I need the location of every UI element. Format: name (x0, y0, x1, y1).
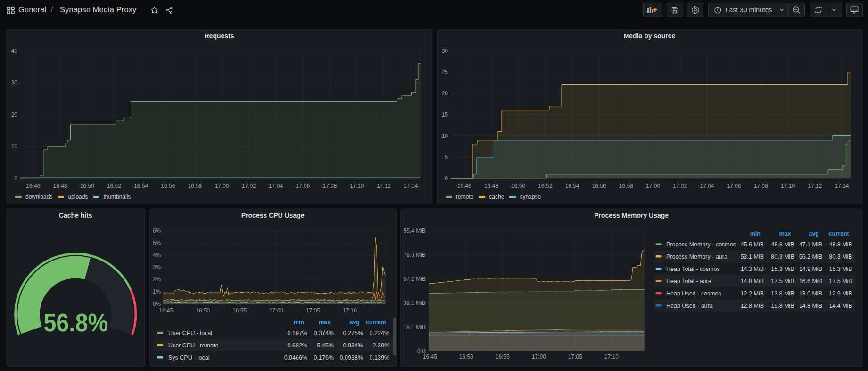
svg-text:1%: 1% (152, 288, 161, 295)
svg-text:15.3 MiB: 15.3 MiB (829, 266, 852, 272)
svg-text:17:12: 17:12 (808, 183, 822, 189)
svg-text:16:54: 16:54 (565, 183, 579, 189)
svg-text:13.8 MiB: 13.8 MiB (771, 290, 794, 297)
svg-text:17.5 MiB: 17.5 MiB (829, 278, 852, 285)
svg-text:16:58: 16:58 (188, 183, 202, 189)
svg-text:12.9 MiB: 12.9 MiB (829, 290, 852, 297)
svg-text:14.8 MiB: 14.8 MiB (799, 303, 822, 309)
svg-text:avg: avg (809, 230, 819, 237)
svg-text:0.139%: 0.139% (369, 354, 389, 361)
svg-text:max: max (779, 230, 791, 237)
svg-text:16:55: 16:55 (232, 307, 247, 314)
svg-text:40: 40 (11, 48, 18, 54)
svg-text:15: 15 (442, 111, 448, 118)
svg-text:48.8 MiB: 48.8 MiB (829, 241, 852, 248)
svg-text:16:50: 16:50 (80, 183, 94, 189)
svg-text:47.1 MiB: 47.1 MiB (799, 241, 822, 248)
svg-text:16:56: 16:56 (592, 183, 606, 189)
svg-text:17:12: 17:12 (377, 183, 391, 189)
svg-text:0.197%: 0.197% (287, 330, 307, 337)
svg-text:17:10: 17:10 (604, 354, 619, 360)
svg-text:10: 10 (11, 143, 18, 150)
svg-text:17:00: 17:00 (646, 183, 660, 189)
svg-text:Sys CPU - local: Sys CPU - local (168, 354, 210, 361)
svg-text:20: 20 (442, 90, 448, 97)
svg-text:80.3 MiB: 80.3 MiB (829, 253, 852, 260)
svg-text:48.8 MiB: 48.8 MiB (771, 241, 794, 248)
svg-text:5: 5 (445, 154, 448, 160)
svg-text:17:10: 17:10 (781, 183, 795, 189)
svg-text:16:48: 16:48 (53, 183, 67, 189)
svg-text:0.0938%: 0.0938% (339, 354, 363, 361)
svg-text:17:10: 17:10 (350, 183, 364, 189)
svg-text:0.934%: 0.934% (343, 342, 363, 349)
svg-text:16:50: 16:50 (459, 354, 473, 360)
svg-text:5.45%: 5.45% (317, 342, 333, 349)
svg-text:16.6 MiB: 16.6 MiB (799, 278, 822, 285)
svg-text:min: min (293, 319, 304, 326)
svg-text:14.4 MiB: 14.4 MiB (829, 303, 852, 309)
svg-text:17:10: 17:10 (342, 307, 356, 314)
svg-text:13.0 MiB: 13.0 MiB (799, 290, 822, 297)
svg-text:User CPU - local: User CPU - local (168, 330, 212, 337)
svg-text:17:08: 17:08 (322, 183, 337, 189)
svg-text:2%: 2% (152, 276, 161, 283)
svg-text:17:08: 17:08 (754, 183, 768, 189)
svg-text:56.2 MiB: 56.2 MiB (799, 253, 822, 260)
svg-text:14.9 MiB: 14.9 MiB (799, 266, 822, 272)
svg-text:12.8 MiB: 12.8 MiB (741, 303, 764, 309)
svg-text:current: current (829, 230, 850, 237)
svg-text:95.4 MiB: 95.4 MiB (404, 228, 426, 234)
svg-text:15.8 MiB: 15.8 MiB (771, 303, 794, 309)
svg-text:Heap Used - cosmos: Heap Used - cosmos (666, 290, 721, 297)
svg-text:0.224%: 0.224% (369, 330, 389, 337)
svg-text:17:00: 17:00 (532, 354, 546, 360)
svg-text:16:48: 16:48 (484, 183, 498, 189)
svg-text:30: 30 (442, 48, 448, 54)
svg-text:0.176%: 0.176% (314, 354, 333, 361)
svg-text:17:04: 17:04 (269, 183, 283, 189)
svg-text:16:52: 16:52 (107, 183, 121, 189)
svg-text:15.3 MiB: 15.3 MiB (771, 266, 794, 272)
svg-text:57.2 MiB: 57.2 MiB (404, 276, 426, 282)
svg-text:17:14: 17:14 (835, 183, 849, 189)
svg-text:0.0466%: 0.0466% (284, 354, 307, 361)
svg-text:17:04: 17:04 (700, 183, 714, 189)
svg-text:16:55: 16:55 (496, 354, 510, 360)
svg-text:17:06: 17:06 (727, 183, 741, 189)
svg-text:16:52: 16:52 (538, 183, 552, 189)
svg-text:16:46: 16:46 (457, 183, 471, 189)
svg-text:6%: 6% (152, 228, 161, 234)
svg-text:3%: 3% (152, 264, 161, 270)
svg-text:76.3 MiB: 76.3 MiB (404, 252, 426, 258)
svg-text:5%: 5% (152, 240, 161, 246)
svg-text:80.3 MiB: 80.3 MiB (771, 253, 794, 260)
svg-text:17:02: 17:02 (242, 183, 256, 189)
svg-text:max: max (319, 319, 331, 326)
svg-text:17:05: 17:05 (568, 354, 582, 360)
svg-text:17:02: 17:02 (673, 183, 687, 189)
svg-text:0.374%: 0.374% (314, 330, 333, 337)
svg-text:53.1 MiB: 53.1 MiB (741, 253, 764, 260)
svg-text:0.275%: 0.275% (343, 330, 363, 337)
svg-text:17:00: 17:00 (215, 183, 229, 189)
svg-text:14.8 MiB: 14.8 MiB (741, 278, 764, 285)
svg-text:38.1 MiB: 38.1 MiB (404, 300, 426, 306)
svg-text:20: 20 (11, 111, 18, 118)
svg-text:17.5 MiB: 17.5 MiB (771, 278, 794, 285)
svg-text:30: 30 (11, 79, 18, 86)
svg-text:0%: 0% (152, 301, 161, 307)
svg-text:min: min (750, 230, 761, 237)
svg-text:0: 0 (445, 175, 448, 182)
svg-text:16:50: 16:50 (196, 307, 210, 314)
svg-text:45.6 MiB: 45.6 MiB (741, 241, 764, 248)
svg-text:Process Memory - cosmos: Process Memory - cosmos (666, 241, 736, 248)
svg-text:0.682%: 0.682% (287, 342, 307, 349)
svg-text:current: current (366, 319, 387, 326)
svg-text:Heap Total - cosmos: Heap Total - cosmos (666, 266, 720, 272)
svg-text:17:00: 17:00 (269, 307, 283, 314)
svg-text:16:50: 16:50 (511, 183, 525, 189)
svg-text:0: 0 (14, 175, 17, 182)
svg-text:16:56: 16:56 (161, 183, 175, 189)
svg-text:avg: avg (349, 319, 360, 326)
